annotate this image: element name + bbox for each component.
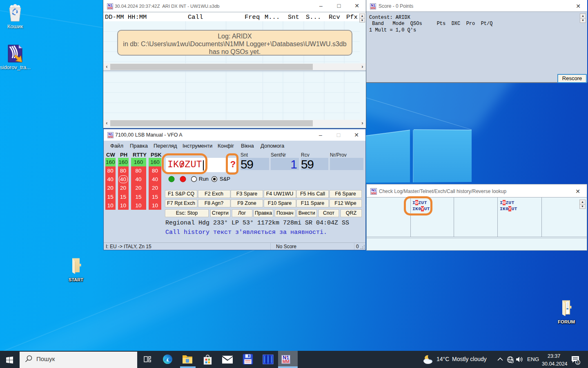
svg-text:1: 1	[577, 360, 579, 364]
